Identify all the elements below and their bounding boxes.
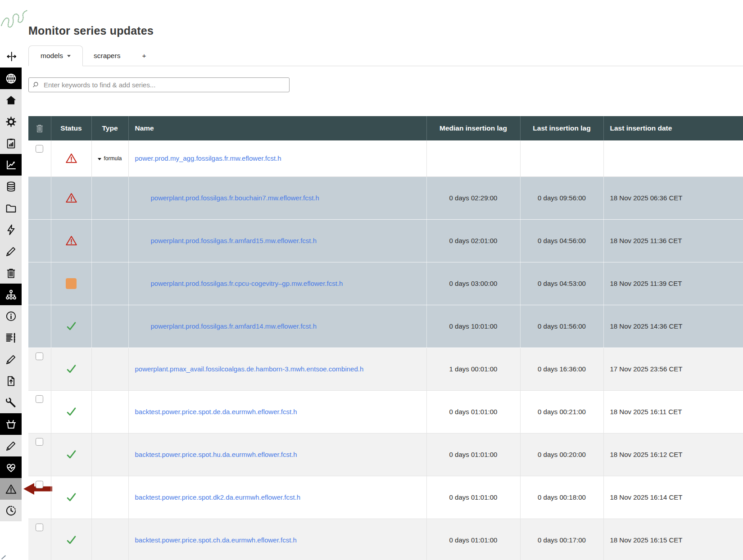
sidebar-item-line-chart[interactable] — [0, 154, 22, 176]
table-header-row: StatusTypeNameMedian insertion lagLast i… — [28, 116, 743, 140]
table-row: backtest.power.price.spot.dk2.da.eurmwh.… — [28, 476, 743, 519]
sidebar-item-pencil[interactable] — [0, 240, 22, 262]
sidebar-item-pencil[interactable] — [0, 348, 22, 370]
row-checkbox[interactable] — [36, 481, 43, 488]
column-header-type: Type — [91, 116, 128, 140]
table-body: formulapower.prod.my_agg.fossilgas.fr.mw… — [28, 140, 743, 560]
sitemap-icon — [5, 289, 17, 301]
column-header-last-insertion-date: Last insertion date — [603, 116, 743, 140]
basket-icon — [5, 418, 17, 430]
ok-status-icon — [65, 534, 77, 546]
last-insertion-date: 18 Nov 2025 06:36 CET — [603, 176, 743, 219]
sidebar — [0, 68, 22, 521]
series-link[interactable]: backtest.power.price.spot.dk2.da.eurmwh.… — [135, 493, 301, 501]
median-insertion-lag: 0 days 02:01:00 — [426, 219, 520, 262]
sidebar-item-report-clipboard[interactable] — [0, 132, 22, 154]
search-box — [28, 77, 290, 92]
error-status-icon — [65, 152, 77, 164]
sidebar-item-warning-triangle[interactable] — [0, 478, 22, 500]
sidebar-item-globe[interactable] — [0, 68, 22, 89]
sidebar-item-heart-pulse[interactable] — [0, 456, 22, 478]
row-checkbox[interactable] — [36, 524, 43, 531]
last-insertion-date: 18 Nov 2025 11:39 CET — [603, 262, 743, 305]
row-checkbox[interactable] — [36, 352, 43, 360]
tab-bar: modelsscrapers+ — [28, 44, 743, 66]
series-link[interactable]: powerplant.prod.fossilgas.fr.amfard14.mw… — [151, 322, 317, 330]
error-status-icon — [65, 235, 77, 247]
median-insertion-lag — [426, 140, 520, 177]
median-insertion-lag: 0 days 01:01:00 — [426, 476, 520, 519]
last-insertion-lag: 0 days 00:20:00 — [520, 433, 603, 476]
series-link[interactable]: powerplant.prod.fossilgas.fr.amfard15.mw… — [151, 237, 317, 244]
last-insertion-lag: 0 days 00:21:00 — [520, 390, 603, 433]
tab-models[interactable]: models — [28, 45, 83, 66]
sidebar-item-database[interactable] — [0, 176, 22, 197]
series-link[interactable]: backtest.power.price.spot.de.da.eurmwh.e… — [135, 408, 297, 415]
sidebar-resize-handle[interactable] — [1, 47, 21, 66]
database-icon — [5, 181, 17, 193]
table-row: powerplant.prod.fossilgas.fr.bouchain7.m… — [28, 176, 743, 219]
sidebar-item-lightning[interactable] — [0, 219, 22, 240]
sidebar-item-info[interactable] — [0, 305, 22, 327]
row-checkbox[interactable] — [36, 145, 43, 153]
line-chart-icon — [5, 159, 17, 171]
series-link[interactable]: powerplant.prod.fossilgas.fr.cpcu-cogevi… — [151, 280, 343, 287]
clock-icon — [5, 505, 17, 517]
table-row: backtest.power.price.spot.ch.da.eurmwh.e… — [28, 519, 743, 560]
sidebar-item-home[interactable] — [0, 89, 22, 111]
search-input[interactable] — [43, 81, 285, 89]
last-insertion-lag: 0 days 01:56:00 — [520, 305, 603, 348]
last-insertion-date: 18 Nov 2025 16:12 CET — [603, 433, 743, 476]
ok-status-icon — [65, 406, 77, 418]
warning-triangle-icon — [5, 483, 17, 495]
series-link[interactable]: powerplant.pmax_avail.fossilcoalgas.de.h… — [135, 365, 364, 373]
row-checkbox[interactable] — [36, 395, 43, 403]
trash-icon — [35, 124, 45, 131]
tab-add[interactable]: + — [131, 46, 157, 66]
series-link[interactable]: power.prod.my_agg.fossilgas.fr.mw.eflowe… — [135, 154, 281, 162]
settings-gear-icon — [5, 116, 17, 128]
series-table-wrap: StatusTypeNameMedian insertion lagLast i… — [28, 116, 743, 560]
delete-column-header[interactable] — [28, 116, 51, 140]
sidebar-item-sitemap[interactable] — [0, 284, 22, 305]
info-icon — [5, 310, 17, 322]
last-insertion-date: 18 Nov 2025 16:15 CET — [603, 519, 743, 560]
sidebar-item-wrench[interactable] — [0, 392, 22, 413]
heart-pulse-icon — [5, 461, 17, 474]
table-row: powerplant.prod.fossilgas.fr.cpcu-cogevi… — [28, 262, 743, 305]
report-clipboard-icon — [5, 137, 17, 149]
sidebar-item-clock[interactable] — [0, 500, 22, 521]
median-insertion-lag: 0 days 03:00:00 — [426, 262, 520, 305]
last-insertion-date: 18 Nov 2025 11:36 CET — [603, 219, 743, 262]
series-link[interactable]: backtest.power.price.spot.ch.da.eurmwh.e… — [135, 536, 297, 544]
table-row: formulapower.prod.my_agg.fossilgas.fr.mw… — [28, 140, 743, 177]
last-insertion-lag: 0 days 00:17:00 — [520, 519, 603, 560]
series-link[interactable]: powerplant.prod.fossilgas.fr.bouchain7.m… — [151, 194, 319, 202]
ok-status-icon — [65, 448, 77, 461]
last-insertion-date — [603, 140, 743, 177]
caret-down-icon[interactable] — [98, 158, 101, 160]
table-row: powerplant.prod.fossilgas.fr.amfard14.mw… — [28, 305, 743, 348]
last-insertion-lag: 0 days 00:18:00 — [520, 476, 603, 519]
sidebar-item-trash[interactable] — [0, 262, 22, 284]
chevron-down-icon — [67, 55, 71, 57]
folder-icon — [5, 202, 17, 214]
sidebar-item-basket[interactable] — [0, 413, 22, 435]
last-insertion-lag: 0 days 04:53:00 — [520, 262, 603, 305]
table-row: backtest.power.price.spot.hu.da.eurmwh.e… — [28, 433, 743, 476]
series-link[interactable]: backtest.power.price.spot.hu.da.eurmwh.e… — [135, 451, 297, 458]
sidebar-item-text-list[interactable] — [0, 327, 22, 348]
column-header-median-insertion-lag: Median insertion lag — [426, 116, 520, 140]
globe-icon — [5, 72, 17, 85]
sidebar-item-folder[interactable] — [0, 197, 22, 219]
sidebar-item-pencil[interactable] — [0, 435, 22, 456]
trash-icon — [5, 267, 17, 279]
magnifier-icon — [32, 81, 43, 89]
last-insertion-date: 17 Nov 2025 23:56 CET — [603, 348, 743, 390]
series-table: StatusTypeNameMedian insertion lagLast i… — [28, 116, 743, 560]
row-checkbox[interactable] — [36, 438, 43, 446]
sidebar-item-settings-gear[interactable] — [0, 111, 22, 132]
sidebar-item-file-upload[interactable] — [0, 370, 22, 392]
tab-scrapers[interactable]: scrapers — [83, 46, 131, 66]
warning-status-icon — [66, 278, 77, 289]
